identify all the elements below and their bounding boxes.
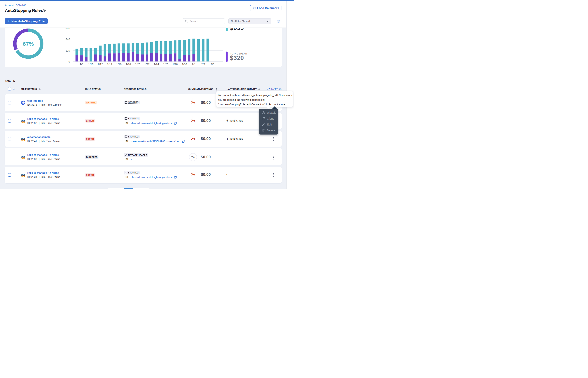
- svg-text:1/8: 1/8: [80, 63, 83, 66]
- svg-text:1/22: 1/22: [144, 63, 150, 66]
- svg-text:2/1: 2/1: [192, 63, 196, 66]
- svg-text:0: 0: [68, 60, 70, 63]
- svg-text:aws: aws: [21, 137, 25, 140]
- svg-text:aws: aws: [21, 119, 25, 122]
- svg-text:1/12: 1/12: [98, 63, 103, 66]
- svg-text:1/26: 1/26: [163, 63, 168, 66]
- svg-text:2/3: 2/3: [201, 63, 205, 66]
- svg-text:$60: $60: [65, 28, 70, 30]
- svg-text:aws: aws: [21, 155, 25, 158]
- svg-text:1/30: 1/30: [182, 63, 187, 66]
- svg-text:1/10: 1/10: [88, 63, 93, 66]
- svg-text:1/18: 1/18: [126, 63, 131, 66]
- svg-text:1/28: 1/28: [173, 63, 178, 66]
- svg-text:1/16: 1/16: [116, 63, 121, 66]
- svg-text:1/20: 1/20: [135, 63, 140, 66]
- svg-text:$20: $20: [65, 49, 70, 52]
- svg-text:1/14: 1/14: [107, 63, 112, 66]
- svg-text:1/24: 1/24: [154, 63, 159, 66]
- svg-text:$40: $40: [65, 38, 70, 41]
- svg-text:aws: aws: [21, 173, 25, 176]
- svg-text:2/5: 2/5: [211, 63, 214, 66]
